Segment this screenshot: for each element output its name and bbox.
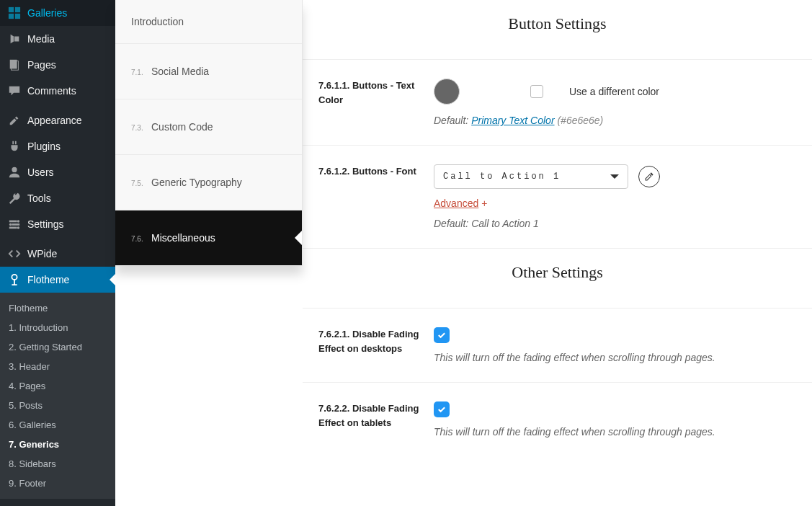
submenu-item-galleries[interactable]: 6. Galleries bbox=[0, 415, 115, 435]
submenu-item-footer[interactable]: 9. Footer bbox=[0, 474, 115, 493]
settings-nav-number: 7.6. bbox=[131, 235, 151, 243]
wp-admin-sidebar: Galleries Media Pages Comments Appearanc… bbox=[0, 0, 115, 506]
code-icon bbox=[7, 247, 22, 261]
settings-nav-label: Social Media bbox=[151, 66, 209, 77]
settings-icon bbox=[7, 217, 22, 231]
settings-nav-generic-typography[interactable]: 7.5. Generic Typography bbox=[115, 155, 302, 210]
svg-point-10 bbox=[17, 220, 20, 223]
helper-default-text: Default: Primary Text Color (#6e6e6e) bbox=[434, 115, 796, 126]
setting-buttons-font: 7.6.1.2. Buttons - Font Call to Action 1… bbox=[303, 145, 812, 248]
appearance-icon bbox=[7, 113, 22, 128]
sidebar-label: Plugins bbox=[27, 141, 61, 152]
checkbox-label: Use a different color bbox=[569, 86, 659, 97]
sidebar-label: Media bbox=[27, 33, 55, 45]
settings-nav-label: Generic Typography bbox=[151, 177, 242, 188]
comments-icon bbox=[7, 84, 22, 98]
submenu-item-pages[interactable]: 4. Pages bbox=[0, 376, 115, 396]
sidebar-label: Users bbox=[27, 167, 54, 178]
sidebar-item-media[interactable]: Media bbox=[0, 26, 115, 52]
sidebar-item-tools[interactable]: Tools bbox=[0, 185, 115, 211]
sidebar-label: Tools bbox=[27, 192, 51, 204]
setting-label: 7.6.1.1. Buttons - Text Color bbox=[318, 79, 434, 126]
settings-nav-number: 7.5. bbox=[131, 179, 151, 187]
edit-font-button[interactable] bbox=[638, 166, 660, 187]
svg-point-12 bbox=[17, 226, 20, 229]
font-select-value: Call to Action 1 bbox=[443, 172, 561, 182]
sidebar-item-users[interactable]: Users bbox=[0, 159, 115, 185]
settings-nav-number: 7.1. bbox=[131, 68, 151, 76]
settings-nav-label: Introduction bbox=[131, 16, 184, 27]
settings-sub-nav: Introduction 7.1. Social Media 7.3. Cust… bbox=[115, 0, 303, 266]
setting-label: 7.6.1.2. Buttons - Font bbox=[318, 164, 434, 229]
svg-rect-0 bbox=[9, 7, 14, 12]
sidebar-label: Settings bbox=[27, 218, 64, 230]
svg-rect-3 bbox=[15, 14, 20, 19]
color-swatch-picker[interactable] bbox=[434, 79, 460, 105]
helper-text: This will turn off the fading effect whe… bbox=[434, 352, 796, 363]
advanced-toggle-link[interactable]: Advanced+ bbox=[434, 197, 487, 209]
svg-rect-7 bbox=[9, 221, 17, 223]
sidebar-item-flotheme[interactable]: Flotheme bbox=[0, 267, 115, 293]
sidebar-label: Pages bbox=[27, 59, 56, 71]
settings-nav-number: 7.3. bbox=[131, 124, 151, 132]
tools-icon bbox=[7, 191, 22, 205]
submenu-item-posts[interactable]: 5. Posts bbox=[0, 396, 115, 415]
submenu-item-generics[interactable]: 7. Generics bbox=[0, 435, 115, 454]
svg-rect-9 bbox=[9, 227, 17, 229]
users-icon bbox=[7, 165, 22, 179]
disable-fading-tablet-checkbox[interactable] bbox=[434, 401, 450, 417]
helper-default-text: Default: Call to Action 1 bbox=[434, 218, 796, 229]
sidebar-label: Appearance bbox=[27, 115, 82, 126]
svg-point-13 bbox=[12, 275, 17, 280]
setting-label: 7.6.2.1. Disable Fading Effect on deskto… bbox=[318, 327, 434, 363]
svg-rect-2 bbox=[9, 14, 14, 19]
plugins-icon bbox=[7, 139, 22, 154]
settings-nav-miscellaneous[interactable]: 7.6. Miscellaneous bbox=[115, 210, 302, 266]
submenu-item-getting-started[interactable]: 2. Getting Started bbox=[0, 337, 115, 357]
galleries-icon bbox=[7, 6, 22, 20]
flotheme-icon bbox=[7, 272, 22, 287]
use-different-color-checkbox[interactable] bbox=[530, 85, 543, 98]
svg-point-11 bbox=[9, 223, 12, 226]
svg-rect-8 bbox=[12, 223, 19, 226]
sidebar-item-plugins[interactable]: Plugins bbox=[0, 133, 115, 159]
chevron-down-icon bbox=[610, 174, 619, 183]
settings-nav-label: Custom Code bbox=[151, 121, 213, 133]
sidebar-item-wpide[interactable]: WPide bbox=[0, 241, 115, 267]
setting-disable-fading-desktop: 7.6.2.1. Disable Fading Effect on deskto… bbox=[303, 308, 812, 382]
sidebar-item-pages[interactable]: Pages bbox=[0, 52, 115, 78]
setting-disable-fading-tablet: 7.6.2.2. Disable Fading Effect on tablet… bbox=[303, 382, 812, 456]
submenu-heading: Flotheme bbox=[0, 298, 115, 318]
submenu-item-introduction[interactable]: 1. Introduction bbox=[0, 318, 115, 337]
setting-label: 7.6.2.2. Disable Fading Effect on tablet… bbox=[318, 401, 434, 438]
font-select-dropdown[interactable]: Call to Action 1 bbox=[434, 164, 628, 189]
sidebar-submenu: Flotheme 1. Introduction 2. Getting Star… bbox=[0, 293, 115, 499]
svg-point-6 bbox=[12, 167, 17, 172]
media-icon bbox=[7, 32, 22, 46]
sidebar-label: Flotheme bbox=[27, 274, 69, 285]
sidebar-label: WPide bbox=[27, 248, 57, 259]
sidebar-item-galleries[interactable]: Galleries bbox=[0, 0, 115, 26]
sidebar-item-settings[interactable]: Settings bbox=[0, 211, 115, 237]
helper-text: This will turn off the fading effect whe… bbox=[434, 426, 796, 438]
disable-fading-desktop-checkbox[interactable] bbox=[434, 327, 450, 343]
svg-rect-1 bbox=[15, 7, 20, 12]
pages-icon bbox=[7, 58, 22, 72]
settings-nav-introduction[interactable]: Introduction bbox=[115, 0, 302, 44]
section-title-other-settings: Other Settings bbox=[303, 249, 812, 308]
sidebar-item-appearance[interactable]: Appearance bbox=[0, 107, 115, 133]
setting-buttons-text-color: 7.6.1.1. Buttons - Text Color Use a diff… bbox=[303, 59, 812, 145]
settings-nav-social-media[interactable]: 7.1. Social Media bbox=[115, 44, 302, 99]
checkmark-icon bbox=[437, 404, 447, 414]
section-title-button-settings: Button Settings bbox=[303, 0, 812, 59]
sidebar-item-comments[interactable]: Comments bbox=[0, 78, 115, 104]
sidebar-label: Comments bbox=[27, 85, 76, 97]
settings-nav-custom-code[interactable]: 7.3. Custom Code bbox=[115, 99, 302, 155]
primary-text-color-link[interactable]: Primary Text Color bbox=[471, 115, 554, 126]
settings-nav-label: Miscellaneous bbox=[151, 232, 215, 244]
pencil-icon bbox=[644, 172, 654, 182]
submenu-item-sidebars[interactable]: 8. Sidebars bbox=[0, 454, 115, 474]
sidebar-label: Galleries bbox=[27, 7, 67, 19]
checkmark-icon bbox=[437, 330, 447, 340]
submenu-item-header[interactable]: 3. Header bbox=[0, 357, 115, 376]
